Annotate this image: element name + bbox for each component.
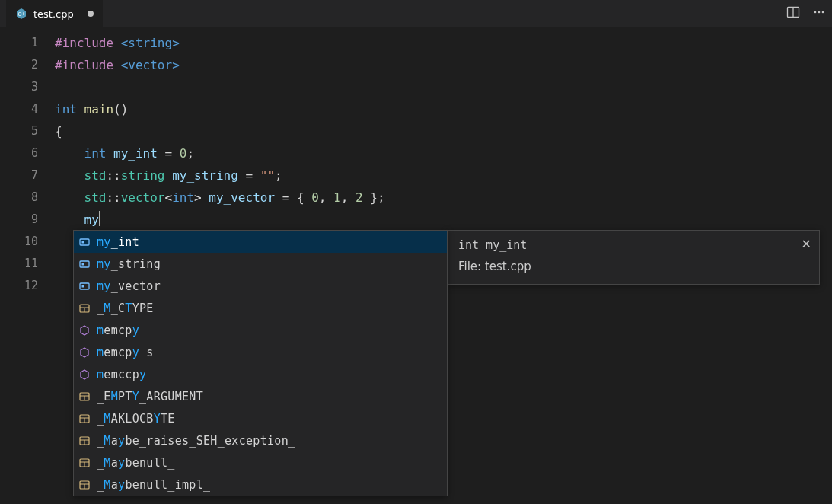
- svg-rect-10: [80, 283, 89, 289]
- tab-bar: C+ test.cpp: [0, 0, 832, 27]
- code-line: [55, 76, 832, 98]
- suggestion-item[interactable]: _Maybenull_impl_: [74, 474, 447, 496]
- line-number: 10: [0, 231, 38, 253]
- suggestion-label: _M_CTYPE: [97, 301, 154, 315]
- split-editor-icon[interactable]: [786, 5, 800, 22]
- code-line: std::string my_string = "";: [55, 164, 832, 187]
- line-number: 4: [0, 98, 38, 120]
- suggestion-item[interactable]: memcpy_s: [74, 341, 447, 363]
- line-number: 8: [0, 187, 38, 209]
- method-icon: [78, 368, 91, 381]
- suggestion-signature: int my_int: [458, 238, 808, 252]
- variable-icon: [78, 280, 91, 292]
- suggestion-label: _EMPTY_ARGUMENT: [97, 390, 203, 404]
- line-number: 2: [0, 54, 38, 76]
- suggestion-item[interactable]: my_int: [74, 231, 447, 253]
- svg-text:C+: C+: [18, 11, 24, 17]
- suggestion-item[interactable]: my_vector: [74, 275, 447, 297]
- code-line: #include <vector>: [55, 54, 832, 76]
- suggestion-item[interactable]: memccpy: [74, 363, 447, 385]
- line-number: 5: [0, 120, 38, 142]
- code-line: my: [55, 209, 832, 231]
- svg-rect-6: [80, 239, 89, 245]
- svg-point-5: [822, 11, 824, 14]
- text-cursor: [99, 211, 100, 226]
- code-line: #include <string>: [55, 32, 832, 54]
- line-number: 12: [0, 275, 38, 297]
- code-line: int my_int = 0;: [55, 142, 832, 164]
- suggestion-item[interactable]: _Maybenull_: [74, 451, 447, 474]
- variable-icon: [78, 258, 91, 270]
- suggestion-label: my_vector: [97, 279, 161, 293]
- svg-point-3: [814, 11, 817, 14]
- svg-rect-7: [82, 241, 84, 243]
- suggestion-item[interactable]: memcpy: [74, 319, 447, 341]
- cpp-file-icon: C+: [15, 8, 27, 20]
- line-number: 6: [0, 142, 38, 164]
- more-actions-icon[interactable]: [812, 5, 826, 22]
- editor-title-actions: [786, 0, 826, 27]
- svg-point-4: [818, 11, 821, 14]
- code-line: std::vector<int> my_vector = { 0, 1, 2 }…: [55, 187, 832, 209]
- line-number: 7: [0, 164, 38, 187]
- suggestion-item[interactable]: _Maybe_raises_SEH_exception_: [74, 429, 447, 451]
- svg-rect-8: [80, 261, 89, 267]
- suggestion-label: _MAKLOCBYTE: [97, 412, 175, 426]
- suggestion-file: File: test.cpp: [458, 260, 808, 273]
- suggestion-label: my_int: [97, 235, 139, 249]
- const-icon: [78, 435, 91, 447]
- svg-rect-9: [82, 263, 84, 265]
- const-icon: [78, 479, 91, 491]
- suggestion-item[interactable]: _MAKLOCBYTE: [74, 407, 447, 429]
- line-number: 3: [0, 76, 38, 98]
- suggestion-label: _Maybe_raises_SEH_exception_: [97, 434, 295, 448]
- suggestion-label: my_string: [97, 257, 161, 271]
- method-icon: [78, 346, 91, 359]
- suggestion-label: memcpy_s: [97, 346, 154, 359]
- autocomplete-popup[interactable]: my_intmy_stringmy_vector_M_CTYPEmemcpyme…: [73, 230, 448, 496]
- const-icon: [78, 391, 91, 403]
- suggestion-item[interactable]: my_string: [74, 253, 447, 275]
- variable-icon: [78, 236, 91, 248]
- svg-rect-11: [82, 285, 84, 287]
- suggestion-item[interactable]: _M_CTYPE: [74, 297, 447, 319]
- code-line: int main(): [55, 98, 832, 120]
- suggestion-label: _Maybenull_: [97, 456, 175, 470]
- line-number: 11: [0, 253, 38, 275]
- tab-filename: test.cpp: [33, 8, 74, 20]
- code-line: {: [55, 120, 832, 142]
- line-number-gutter: 123456789101112: [0, 32, 55, 297]
- method-icon: [78, 324, 91, 337]
- close-icon[interactable]: ✕: [802, 237, 811, 251]
- dirty-indicator-icon: [88, 11, 94, 17]
- suggestion-label: memccpy: [97, 368, 146, 381]
- suggestion-item[interactable]: _EMPTY_ARGUMENT: [74, 385, 447, 407]
- const-icon: [78, 302, 91, 314]
- line-number: 9: [0, 209, 38, 231]
- line-number: 1: [0, 32, 38, 54]
- const-icon: [78, 457, 91, 469]
- suggestion-label: memcpy: [97, 324, 139, 337]
- suggestion-label: _Maybenull_impl_: [97, 478, 210, 492]
- const-icon: [78, 413, 91, 425]
- autocomplete-detail-panel: ✕ int my_int File: test.cpp: [447, 230, 820, 285]
- editor-tab[interactable]: C+ test.cpp: [6, 0, 103, 27]
